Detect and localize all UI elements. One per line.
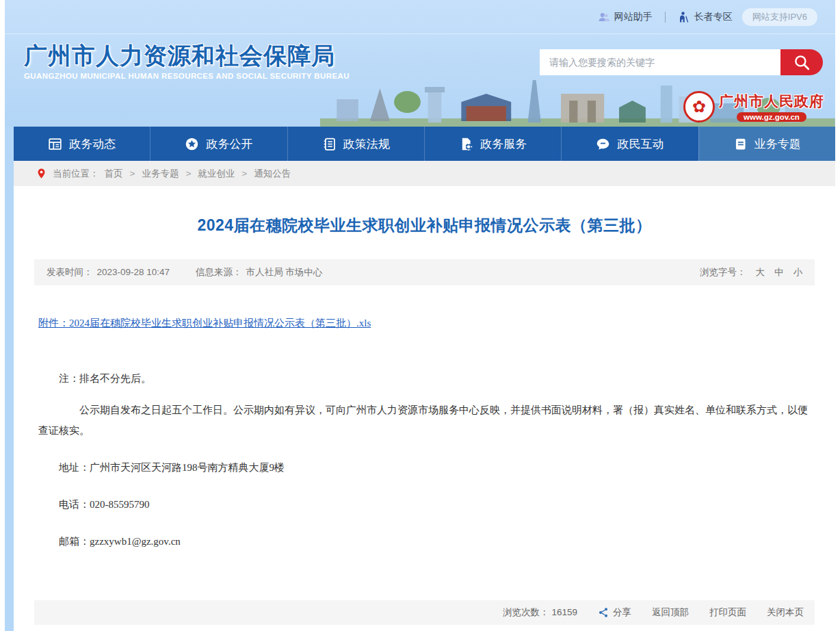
- article-meta-left: 发表时间：2023-09-28 10:47信息来源：市人社局 市场中心: [47, 266, 326, 279]
- publish-time-value: 2023-09-28 10:47: [97, 267, 170, 277]
- nav-item-zhengmin-hudong[interactable]: 政民互动: [561, 127, 698, 161]
- back-to-top-label: 返回顶部: [652, 606, 689, 619]
- elder-zone-label: 长者专区: [694, 11, 733, 23]
- publish-time-label: 发表时间：: [47, 267, 93, 277]
- search-box: [540, 49, 823, 75]
- breadcrumb-separator: >: [241, 168, 247, 179]
- document-gear-icon: [459, 137, 473, 151]
- nav-label: 政民互动: [617, 136, 664, 152]
- font-size-small-button[interactable]: 小: [793, 266, 803, 279]
- breadcrumb-home[interactable]: 首页: [105, 168, 123, 180]
- search-button[interactable]: [780, 49, 823, 75]
- print-page-button[interactable]: 打印页面: [709, 606, 746, 619]
- elder-person-icon: [678, 11, 690, 23]
- site-header: 网站助手 长者专区 网站支持IPV6 广州市人力资源和社会保障局 GUANGZH…: [5, 0, 835, 127]
- breadcrumb-label: 当前位置：: [53, 168, 99, 180]
- source-label: 信息来源：: [196, 267, 242, 277]
- view-count: 浏览次数：16159: [500, 606, 577, 619]
- nav-label: 政务动态: [69, 136, 116, 152]
- journal-icon: [733, 137, 748, 151]
- site-assistant-link[interactable]: 网站助手: [598, 11, 653, 23]
- address-line: 地址：广州市天河区天河路198号南方精典大厦9楼: [38, 457, 811, 478]
- topbar-divider: [665, 12, 666, 23]
- close-page-label: 关闭本页: [767, 606, 804, 619]
- article-content: 2024届在穗院校毕业生求职创业补贴申报情况公示表（第三批） 发表时间：2023…: [14, 186, 835, 631]
- news-layout-icon: [48, 137, 62, 151]
- assistant-person-icon: [598, 11, 610, 23]
- breadcrumb-separator: >: [130, 168, 135, 179]
- star-circle-icon: [185, 137, 199, 151]
- share-label: 分享: [613, 606, 631, 619]
- article-footer-bar: 浏览次数：16159 分享 返回顶部 打印页面 关闭本页: [34, 600, 815, 625]
- nav-label: 政务服务: [480, 136, 527, 152]
- gov-logo-texts: 广州市人民政府 www.gz.gov.cn: [719, 92, 824, 122]
- share-icon: [598, 607, 609, 618]
- site-subtitle: GUANGZHOU MUNICIPAL HUMAN RESOURCES AND …: [24, 72, 350, 80]
- site-logo[interactable]: 广州市人力资源和社会保障局 GUANGZHOU MUNICIPAL HUMAN …: [24, 42, 350, 80]
- font-size-medium-button[interactable]: 中: [774, 266, 784, 279]
- location-pin-icon: [36, 168, 47, 179]
- chat-bubble-icon: [596, 137, 610, 151]
- source-value: 市人社局 市场中心: [246, 267, 323, 277]
- article-body: 注：排名不分先后。 公示期自发布之日起五个工作日。公示期内如有异议，可向广州市人…: [14, 330, 835, 552]
- page: 网站助手 长者专区 网站支持IPV6 广州市人力资源和社会保障局 GUANGZH…: [5, 0, 835, 631]
- gov-portal-logo[interactable]: ✿ 广州市人民政府 www.gz.gov.cn: [683, 91, 824, 123]
- nav-item-yewu-zhuanti[interactable]: 业务专题: [698, 127, 835, 161]
- main-container: 政务动态 政务公开 政策法规 政务服务 政民互动 业务专题: [14, 127, 835, 631]
- email-line: 邮箱：gzzxywb1@gz.gov.cn: [38, 531, 811, 552]
- search-icon: [793, 53, 811, 71]
- view-count-label: 浏览次数：: [503, 607, 549, 617]
- back-to-top-button[interactable]: 返回顶部: [652, 606, 689, 619]
- nav-item-zhengwu-fuwu[interactable]: 政务服务: [424, 127, 561, 161]
- font-size-label: 浏览字号：: [700, 266, 746, 279]
- ipv6-badge: 网站支持IPV6: [742, 8, 817, 26]
- gov-emblem-icon: ✿: [683, 91, 715, 123]
- breadcrumb: 当前位置： 首页 > 业务专题 > 就业创业 > 通知公告: [14, 161, 835, 186]
- nav-label: 政务公开: [206, 136, 252, 152]
- note-paragraph: 注：排名不分先后。: [38, 368, 811, 389]
- breadcrumb-jiuye-chuangye[interactable]: 就业创业: [198, 168, 235, 180]
- nav-item-zhengwu-dongtai[interactable]: 政务动态: [14, 127, 150, 161]
- utility-topbar: 网站助手 长者专区 网站支持IPV6: [5, 0, 835, 34]
- font-size-large-button[interactable]: 大: [756, 266, 765, 279]
- header-main-row: 广州市人力资源和社会保障局 GUANGZHOU MUNICIPAL HUMAN …: [5, 34, 835, 80]
- print-page-label: 打印页面: [709, 606, 746, 619]
- primary-nav: 政务动态 政务公开 政策法规 政务服务 政民互动 业务专题: [14, 127, 835, 161]
- nav-item-zhengwu-gongkai[interactable]: 政务公开: [150, 127, 287, 161]
- nav-label: 政策法规: [343, 136, 390, 152]
- site-assistant-label: 网站助手: [614, 11, 653, 23]
- search-input[interactable]: [540, 49, 780, 75]
- attachment-row: 附件：2024届在穗院校毕业生求职创业补贴申报情况公示表（第三批）.xls: [38, 317, 811, 330]
- gov-portal-url: www.gz.gov.cn: [737, 112, 806, 122]
- phone-line: 电话：020-85595790: [38, 494, 811, 515]
- site-title: 广州市人力资源和社会保障局: [24, 42, 350, 69]
- share-button[interactable]: 分享: [598, 606, 631, 619]
- close-page-button[interactable]: 关闭本页: [767, 606, 804, 619]
- elder-zone-link[interactable]: 长者专区: [678, 11, 733, 23]
- attachment-link[interactable]: 附件：2024届在穗院校毕业生求职创业补贴申报情况公示表（第三批）.xls: [38, 318, 371, 329]
- law-book-icon: [322, 137, 337, 151]
- breadcrumb-tongzhi-gonggao[interactable]: 通知公告: [254, 168, 291, 180]
- breadcrumb-separator: >: [185, 168, 191, 179]
- nav-label: 业务专题: [754, 136, 801, 152]
- view-count-value: 16159: [551, 607, 577, 617]
- article-meta-bar: 发表时间：2023-09-28 10:47信息来源：市人社局 市场中心 浏览字号…: [34, 259, 815, 285]
- font-size-controls: 浏览字号： 大 中 小: [700, 266, 802, 279]
- nav-item-zhengce-fagui[interactable]: 政策法规: [287, 127, 424, 161]
- page-title: 2024届在穗院校毕业生求职创业补贴申报情况公示表（第三批）: [14, 215, 835, 236]
- breadcrumb-yewu-zhuanti[interactable]: 业务专题: [142, 168, 179, 180]
- main-paragraph: 公示期自发布之日起五个工作日。公示期内如有异议，可向广州市人力资源市场服务中心反…: [38, 400, 811, 441]
- gov-portal-title: 广州市人民政府: [719, 92, 824, 111]
